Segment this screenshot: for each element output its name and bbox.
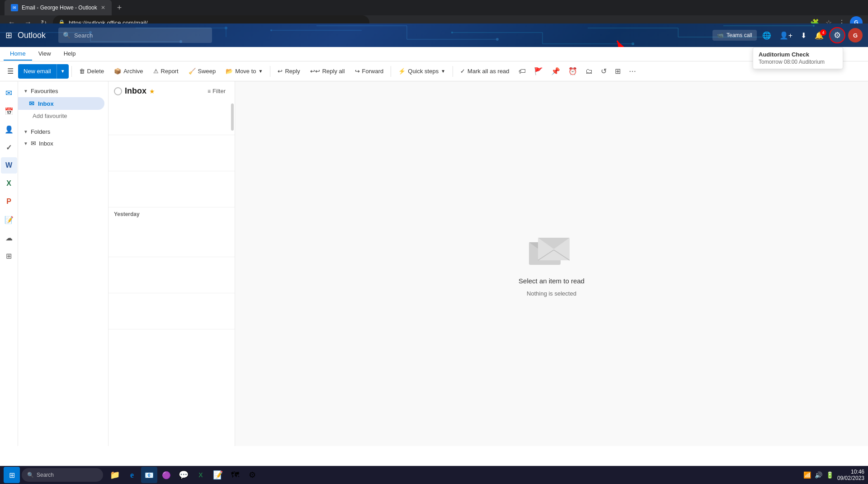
browser-tab[interactable]: ✉ Email - George Howe - Outlook ✕ <box>5 0 112 15</box>
new-email-button[interactable]: New email ▼ <box>18 64 69 79</box>
settings-button[interactable]: ⚙ <box>829 27 845 43</box>
folders-label: Folders <box>31 128 50 135</box>
taskbar-app-whatsapp[interactable]: 💬 <box>175 467 192 483</box>
reply-button[interactable]: ↩ Reply <box>273 66 304 77</box>
mail-item-4[interactable] <box>108 221 235 257</box>
taskbar-network-icon[interactable]: 📶 <box>803 471 811 479</box>
report-button[interactable]: ⚠ Report <box>149 66 183 77</box>
mail-item-2[interactable] <box>108 135 235 171</box>
taskbar-time: 10:46 <box>837 469 864 475</box>
new-email-dropdown[interactable]: ▼ <box>57 64 69 79</box>
mail-item-1[interactable] <box>108 99 235 135</box>
tab-home[interactable]: Home <box>4 47 32 61</box>
taskbar-app-teams[interactable]: 🟣 <box>158 467 175 483</box>
undo-icon[interactable]: ↺ <box>597 65 610 78</box>
archive-button[interactable]: 📦 Archive <box>109 66 147 77</box>
sidebar-icon-calendar[interactable]: 📅 <box>1 103 17 119</box>
start-button[interactable]: ⊞ <box>4 467 20 483</box>
taskbar-app-outlook[interactable]: 📧 <box>141 467 157 483</box>
sidebar-icon-excel[interactable]: X <box>1 175 17 192</box>
taskbar-search-box[interactable]: 🔍 Search <box>22 468 103 482</box>
sidebar-icon-strip: ✉ 📅 👤 ✓ W X P 📝 ☁ ⊞ <box>0 81 18 446</box>
teams-icon: 📹 <box>717 32 724 38</box>
tag-icon[interactable]: 🏷 <box>515 65 529 78</box>
tab-view[interactable]: View <box>32 47 57 61</box>
folders-section-header[interactable]: ▼ Folders <box>18 126 108 138</box>
taskbar-search-icon: 🔍 <box>27 472 34 478</box>
tab-help[interactable]: Help <box>57 47 82 61</box>
new-tab-button[interactable]: + <box>113 1 126 14</box>
snooze-icon[interactable]: ⏰ <box>565 65 581 78</box>
teams-call-label: Teams call <box>726 32 752 38</box>
sweep-button[interactable]: 🧹 Sweep <box>184 66 221 77</box>
toolbar-divider-2 <box>270 66 270 77</box>
tab-favicon: ✉ <box>11 4 18 11</box>
mark-all-read-button[interactable]: ✓ Mark all as read <box>456 66 514 77</box>
view-options-icon[interactable]: ⊞ <box>611 65 624 78</box>
sidebar-icon-tasks[interactable]: ✓ <box>1 139 17 155</box>
mail-item-5[interactable] <box>108 257 235 293</box>
favourites-arrow-icon: ▼ <box>24 89 28 94</box>
sidebar-icon-people[interactable]: 👤 <box>1 121 17 137</box>
mail-item-6[interactable] <box>108 293 235 329</box>
folders-inbox-row[interactable]: ▼ ✉ Inbox <box>18 138 108 149</box>
sidebar-icon-cloud[interactable]: ☁ <box>1 230 17 246</box>
folders-inbox-label: Inbox <box>39 140 53 147</box>
sidebar-icon-powerpoint[interactable]: P <box>1 193 17 210</box>
teams-call-button[interactable]: 📹 Teams call <box>712 30 757 41</box>
sidebar-icon-apps[interactable]: ⊞ <box>1 248 17 264</box>
inbox-fav-icon: ✉ <box>29 100 34 107</box>
user-avatar-header[interactable]: G <box>848 28 863 42</box>
taskbar-battery-icon[interactable]: 🔋 <box>826 471 834 479</box>
svg-point-16 <box>451 32 453 33</box>
pin-icon[interactable]: 📌 <box>547 65 564 78</box>
scroll-indicator[interactable] <box>231 103 234 131</box>
mail-list-header: Inbox ★ ≡ Filter <box>108 81 235 99</box>
reply-all-button[interactable]: ↩↩ Reply all <box>306 66 349 77</box>
archive-icon: 📦 <box>114 68 121 75</box>
taskbar-app-settings[interactable]: ⚙ <box>244 467 260 483</box>
add-favourite-link[interactable]: Add favourite <box>18 110 108 122</box>
filter-button[interactable]: ≡ Filter <box>204 86 229 96</box>
inbox-star-icon[interactable]: ★ <box>149 88 155 95</box>
hamburger-button[interactable]: ☰ <box>4 64 17 78</box>
categories-icon[interactable]: 🗂 <box>582 65 596 78</box>
sidebar-icon-word[interactable]: W <box>1 157 17 174</box>
empty-state-title: Select an item to read <box>519 277 585 285</box>
add-account-icon[interactable]: 👤+ <box>777 29 795 42</box>
flag-icon[interactable]: 🚩 <box>530 65 547 78</box>
taskbar-app-maps[interactable]: 🗺 <box>227 467 243 483</box>
select-all-circle[interactable] <box>114 87 122 95</box>
favourites-section-header[interactable]: ▼ Favourites <box>18 85 108 97</box>
taskbar-app-file-manager[interactable]: 📁 <box>107 467 123 483</box>
move-to-button[interactable]: 📂 Move to ▼ <box>221 66 267 77</box>
nav-pane: ▼ Favourites ✉ Inbox Add favourite ▼ Fol… <box>18 81 108 446</box>
forward-button[interactable]: ↪ Forward <box>350 66 388 77</box>
nav-item-inbox-favourites[interactable]: ✉ Inbox <box>18 97 104 110</box>
taskbar-app-excel[interactable]: X <box>193 467 209 483</box>
reply-icon: ↩ <box>278 68 283 75</box>
delete-button[interactable]: 🗑 Delete <box>75 66 109 77</box>
translate-icon[interactable]: 🌐 <box>760 29 774 42</box>
reading-pane: Select an item to read Nothing is select… <box>235 81 868 446</box>
sidebar-icon-notes[interactable]: 📝 <box>1 211 17 228</box>
mail-item-3[interactable] <box>108 171 235 207</box>
quick-steps-button[interactable]: ⚡ Quick steps ▼ <box>394 66 450 77</box>
toolbar-divider-4 <box>453 66 453 77</box>
svg-point-19 <box>632 42 634 45</box>
taskbar-volume-icon[interactable]: 🔊 <box>815 471 822 479</box>
app-grid-icon[interactable]: ⊞ <box>5 30 12 40</box>
mark-read-icon: ✓ <box>460 68 465 75</box>
sidebar-icon-mail[interactable]: ✉ <box>1 85 17 101</box>
move-icon: 📂 <box>226 68 233 75</box>
taskbar-app-sticky-notes[interactable]: 📝 <box>210 467 226 483</box>
notification-button[interactable]: 🔔 4 <box>812 29 826 42</box>
tab-close-icon[interactable]: ✕ <box>101 5 105 11</box>
more-icon[interactable]: ⋯ <box>625 65 640 78</box>
taskbar-clock[interactable]: 10:46 09/02/2023 <box>837 469 864 481</box>
folders-expand-icon: ▼ <box>24 141 28 146</box>
taskbar-app-edge[interactable]: e <box>124 467 140 483</box>
update-icon[interactable]: ⬇ <box>798 29 809 42</box>
header-search-placeholder: Search <box>74 32 93 39</box>
header-search-box[interactable]: 🔍 Search <box>58 28 212 43</box>
